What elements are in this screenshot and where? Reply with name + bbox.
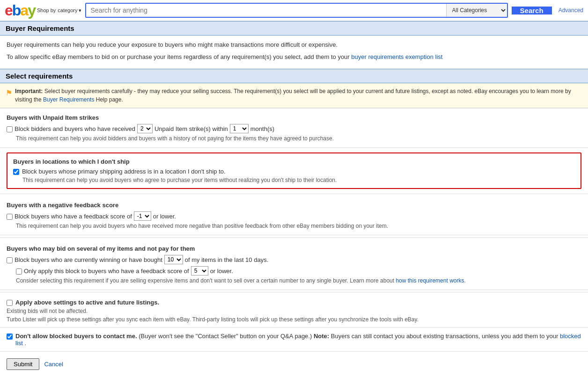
cancel-link[interactable]: Cancel (44, 361, 63, 368)
logo-b: b (12, 2, 21, 19)
main-content: Buyer Requirements Buyer requirements ca… (0, 21, 588, 377)
ebay-logo: ebay (5, 3, 35, 18)
dont-allow-text: Don't allow blocked buyers to contact me… (15, 333, 581, 347)
unpaid-item-row: Block bidders and buyers who have receiv… (7, 124, 581, 133)
dont-allow-note-bold: Note: (314, 333, 329, 340)
negative-feedback-title: Buyers with a negative feedback score (7, 202, 581, 209)
dont-allow-note-suffix: . (25, 340, 27, 347)
buyer-requirements-intro: Buyer requirements can help you reduce y… (0, 36, 588, 69)
intro2-prefix: To allow specific eBay members to bid on… (7, 53, 351, 60)
apply-label-row: Apply above settings to active and futur… (7, 299, 581, 306)
multiple-items-only-row: Only apply this block to buyers who have… (16, 266, 581, 276)
apply-existing-bids: Existing bids will not be affected. (7, 308, 581, 314)
search-button[interactable]: Search (512, 7, 552, 14)
dont-allow-row: Don't allow blocked buyers to contact me… (7, 333, 581, 347)
multiple-count-select[interactable]: 1234 5678 910 (164, 255, 183, 264)
dont-allow-note-text: Buyers can still contact you about exist… (331, 333, 560, 340)
apply-turbo-text: Turbo Lister will pick up these settings… (7, 316, 581, 323)
how-req-works-link[interactable]: how this requirement works (396, 277, 464, 284)
multiple-or-lower: or lower. (210, 268, 233, 275)
unpaid-block-label: Block bidders and buyers who have receiv… (15, 125, 135, 132)
negative-or-lower: or lower. (153, 213, 176, 220)
multiple-items-help: Consider selecting this requirement if y… (16, 277, 581, 284)
apply-label-text: Apply above settings to active and futur… (15, 299, 159, 306)
category-select[interactable]: All Categories (446, 4, 507, 17)
dont-allow-section: Don't allow blocked buyers to contact me… (0, 328, 588, 352)
location-help: This requirement can help you avoid buye… (22, 177, 575, 183)
unpaid-strikes-select[interactable]: 2 3 4 5 (137, 124, 153, 133)
important-text: Important: Select buyer requirements car… (15, 87, 582, 104)
negative-feedback-block: Buyers with a negative feedback score Bl… (0, 196, 588, 235)
shop-by-label: Shop by (37, 7, 56, 13)
search-bar: All Categories (85, 3, 508, 18)
unpaid-months-select[interactable]: 1 12 (230, 124, 249, 133)
multiple-items-block: Buyers who may bid on several of my item… (0, 239, 588, 290)
submit-bar: Submit Cancel (0, 352, 588, 377)
negative-feedback-help: This requirement can help you avoid buye… (16, 223, 581, 229)
buyer-requirements-header: Buyer Requirements (0, 21, 588, 36)
category-label: category (58, 7, 77, 13)
logo-area: ebay Shop by category ▾ (5, 3, 81, 18)
select-requirements-header: Select requirements (0, 69, 588, 83)
unpaid-label: Unpaid Item strike(s) within (154, 125, 228, 132)
flag-icon: ⚑ (6, 87, 12, 99)
search-input[interactable] (86, 4, 446, 17)
apply-checkbox[interactable] (7, 300, 13, 306)
location-title: Buyers in locations to which I don't shi… (13, 158, 575, 165)
negative-feedback-row: Block buyers who have a feedback score o… (7, 211, 581, 221)
multiple-items-checkbox[interactable] (7, 257, 13, 263)
unpaid-item-title: Buyers with Unpaid Item strikes (7, 114, 581, 121)
advanced-link[interactable]: Advanced (559, 7, 583, 14)
negative-block-label: Block buyers who have a feedback score o… (15, 213, 132, 220)
negative-score-select[interactable]: -1 -2 -3 -4 -5 (134, 211, 151, 221)
logo-e: e (5, 2, 12, 19)
location-block: Buyers in locations to which I don't shi… (7, 152, 581, 189)
multiple-block-label: Block buyers who are currently winning o… (15, 256, 162, 263)
multiple-items-row: Block buyers who are currently winning o… (7, 255, 581, 264)
location-checkbox[interactable] (13, 169, 19, 175)
shop-by-category[interactable]: Shop by category ▾ (37, 7, 81, 14)
logo-y: y (28, 2, 35, 19)
buyer-req-link[interactable]: Buyer Requirements (43, 96, 94, 103)
multiple-of-label: of my items in the last 10 days. (185, 256, 268, 263)
intro-text-2: To allow specific eBay members to bid on… (7, 52, 581, 62)
intro-text-1: Buyer requirements can help you reduce y… (7, 40, 581, 50)
multiple-feedback-select[interactable]: 5432 10-1-2 -3-4-5 (191, 266, 208, 276)
unpaid-item-block: Buyers with Unpaid Item strikes Block bi… (0, 109, 588, 148)
header: ebay Shop by category ▾ All Categories S… (0, 0, 588, 21)
months-label: month(s) (250, 125, 274, 132)
consider-text: Consider selecting this requirement if y… (16, 277, 396, 284)
logo-a: a (20, 2, 28, 19)
apply-settings-section: Apply above settings to active and futur… (0, 294, 588, 328)
multiple-only-label: Only apply this block to buyers who have… (24, 268, 189, 275)
dont-allow-checkbox[interactable] (7, 334, 13, 340)
submit-button[interactable]: Submit (7, 358, 39, 370)
unpaid-item-checkbox[interactable] (7, 126, 13, 132)
important-banner: ⚑ Important: Select buyer requirements c… (0, 83, 588, 108)
location-checkbox-label: Block buyers whose primary shipping addr… (22, 168, 226, 175)
location-checkbox-row: Block buyers whose primary shipping addr… (13, 168, 575, 175)
chevron-down-icon: ▾ (79, 7, 81, 14)
dont-allow-paren: (Buyer won't see the "Contact Seller" bu… (139, 333, 312, 340)
dont-allow-bold: Don't allow blocked buyers to contact me… (15, 333, 137, 340)
multiple-items-title: Buyers who may bid on several of my item… (7, 245, 581, 252)
multiple-only-checkbox[interactable] (16, 268, 22, 275)
negative-feedback-checkbox[interactable] (7, 214, 13, 220)
exemption-list-link[interactable]: buyer requirements exemption list (351, 53, 442, 60)
unpaid-item-help: This requirement can help you avoid bidd… (16, 135, 581, 142)
important-bold: Important: (15, 88, 43, 94)
